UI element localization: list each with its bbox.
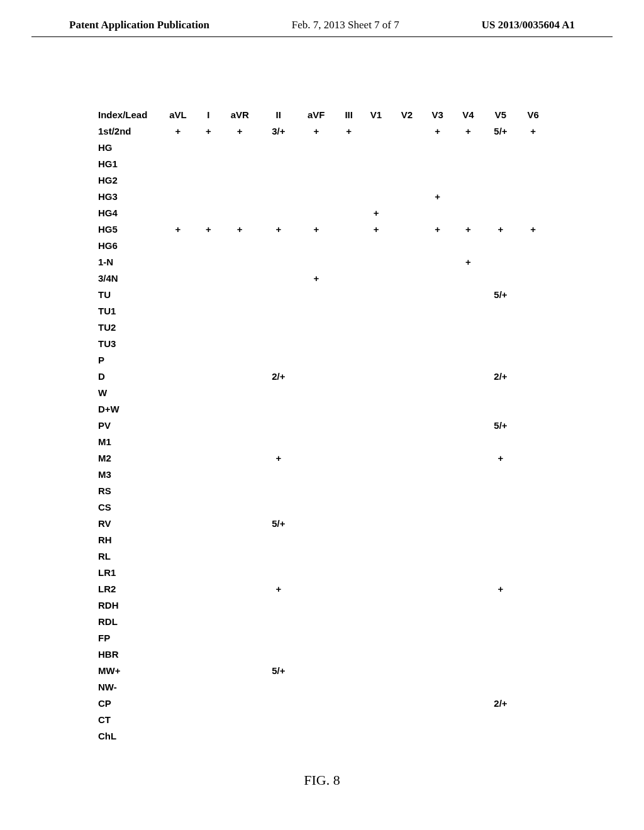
row-label: D+W xyxy=(96,401,157,417)
table-row: CS xyxy=(96,499,548,515)
cell xyxy=(422,270,453,286)
cell xyxy=(453,302,484,319)
cell xyxy=(391,482,422,499)
cell xyxy=(422,662,453,678)
cell: 5/+ xyxy=(262,515,296,531)
table-row: HG6 xyxy=(96,237,548,253)
cell xyxy=(361,384,392,401)
cell xyxy=(262,286,296,302)
cell xyxy=(218,253,262,270)
table-row: TU5/+ xyxy=(96,286,548,302)
cell xyxy=(453,695,484,711)
cell xyxy=(361,335,392,351)
table-header-row: Index/LeadaVLIaVRIIaVFIIIV1V2V3V4V5V6 xyxy=(96,106,548,123)
cell xyxy=(218,335,262,351)
cell xyxy=(484,531,518,548)
cell xyxy=(199,646,218,662)
column-header: I xyxy=(199,106,218,123)
cell xyxy=(157,237,199,253)
cell xyxy=(218,499,262,515)
cell xyxy=(518,695,548,711)
cell xyxy=(422,629,453,646)
cell xyxy=(157,580,199,597)
cell xyxy=(518,351,548,368)
cell xyxy=(484,204,518,221)
cell xyxy=(157,351,199,368)
cell xyxy=(361,270,392,286)
cell xyxy=(157,531,199,548)
cell xyxy=(296,515,337,531)
cell xyxy=(262,531,296,548)
cell xyxy=(361,155,392,172)
cell xyxy=(218,401,262,417)
cell xyxy=(391,270,422,286)
cell xyxy=(518,139,548,155)
cell xyxy=(157,564,199,580)
cell xyxy=(218,531,262,548)
cell xyxy=(391,597,422,613)
cell xyxy=(157,662,199,678)
cell xyxy=(518,401,548,417)
cell xyxy=(518,482,548,499)
figure-label: FIG. 8 xyxy=(0,772,644,788)
cell xyxy=(262,401,296,417)
cell xyxy=(157,711,199,728)
table-row: CT xyxy=(96,711,548,728)
cell xyxy=(361,678,392,695)
cell xyxy=(422,450,453,466)
cell xyxy=(518,368,548,384)
cell xyxy=(484,401,518,417)
table-row: HBR xyxy=(96,646,548,662)
cell xyxy=(422,335,453,351)
cell xyxy=(422,482,453,499)
cell xyxy=(391,678,422,695)
cell xyxy=(391,499,422,515)
cell xyxy=(199,204,218,221)
cell xyxy=(199,172,218,188)
cell xyxy=(518,253,548,270)
cell xyxy=(484,433,518,450)
cell xyxy=(157,597,199,613)
cell xyxy=(262,351,296,368)
table-row: ChL xyxy=(96,728,548,744)
cell xyxy=(453,188,484,204)
cell xyxy=(484,384,518,401)
cell xyxy=(199,384,218,401)
cell xyxy=(218,204,262,221)
cell xyxy=(218,417,262,433)
cell xyxy=(199,401,218,417)
cell xyxy=(218,580,262,597)
cell xyxy=(199,188,218,204)
cell xyxy=(262,466,296,482)
cell xyxy=(391,531,422,548)
cell xyxy=(296,613,337,629)
row-label: CT xyxy=(96,711,157,728)
cell xyxy=(453,613,484,629)
cell xyxy=(262,728,296,744)
table-row: 3/4N+ xyxy=(96,270,548,286)
cell xyxy=(361,237,392,253)
cell: + xyxy=(518,221,548,237)
cell xyxy=(296,401,337,417)
cell: + xyxy=(484,450,518,466)
cell xyxy=(361,564,392,580)
cell xyxy=(391,319,422,335)
cell xyxy=(518,613,548,629)
row-label: RS xyxy=(96,482,157,499)
table-row: RH xyxy=(96,531,548,548)
cell xyxy=(453,401,484,417)
column-header: V6 xyxy=(518,106,548,123)
cell xyxy=(518,597,548,613)
cell xyxy=(422,139,453,155)
cell xyxy=(361,417,392,433)
cell xyxy=(361,482,392,499)
cell xyxy=(518,302,548,319)
cell xyxy=(361,466,392,482)
cell xyxy=(296,319,337,335)
cell xyxy=(484,728,518,744)
cell xyxy=(391,302,422,319)
cell xyxy=(337,515,361,531)
row-label: HG2 xyxy=(96,172,157,188)
row-label: CP xyxy=(96,695,157,711)
table-row: TU2 xyxy=(96,319,548,335)
